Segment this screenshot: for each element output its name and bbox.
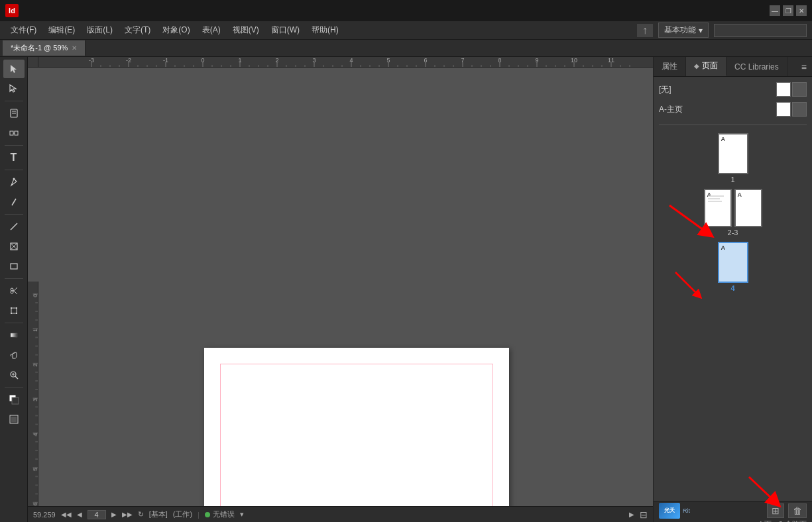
page-document bbox=[204, 348, 509, 506]
nav-last[interactable]: ▶▶ bbox=[122, 511, 133, 518]
menu-file[interactable]: 文件(F) bbox=[5, 22, 42, 38]
minimize-button[interactable]: — bbox=[770, 5, 780, 16]
tool-shape-rect[interactable] bbox=[3, 257, 25, 276]
tab-bar: *未命名-1 @ 59% ✕ bbox=[0, 40, 812, 57]
refresh-btn[interactable]: ↻ bbox=[138, 510, 144, 519]
master-section: A-主页 bbox=[659, 102, 807, 117]
page-thumbnails: A 1 A bbox=[659, 130, 807, 295]
tab-properties[interactable]: 属性 bbox=[654, 57, 686, 76]
tab-cc-libraries[interactable]: CC Libraries bbox=[726, 57, 787, 76]
page-thumb-3[interactable]: A bbox=[734, 189, 762, 227]
panel-menu-button[interactable]: ≡ bbox=[796, 57, 812, 76]
svg-rect-15 bbox=[11, 264, 17, 269]
panel-menu-icon: ≡ bbox=[801, 62, 807, 72]
ruler-corner bbox=[28, 57, 38, 68]
svg-point-16 bbox=[11, 288, 13, 291]
upload-button[interactable]: ↑ bbox=[637, 24, 653, 37]
page-thumb-1[interactable]: A bbox=[718, 133, 748, 174]
nav-first[interactable]: ◀◀ bbox=[61, 511, 72, 518]
page-num-1: 1 bbox=[730, 176, 734, 183]
tool-direct-select[interactable] bbox=[3, 79, 25, 98]
delete-page-button[interactable]: 🗑 bbox=[788, 503, 807, 518]
page-spread-23-row: A A bbox=[704, 189, 762, 227]
status-indicator: 无错误 bbox=[205, 509, 235, 519]
panel-tabs: 属性 ◆ 页面 CC Libraries ≡ bbox=[654, 57, 812, 77]
workspace-selector[interactable]: 基本功能 ▾ bbox=[658, 23, 709, 38]
menu-help[interactable]: 帮助(H) bbox=[306, 22, 344, 38]
panel-bottom-bar: 光天 Rit ⊞ 🗑 bbox=[654, 501, 812, 519]
menu-object[interactable]: 对象(O) bbox=[157, 22, 195, 38]
page-group-1: A 1 bbox=[718, 133, 748, 183]
page-group-4: A 4 bbox=[718, 242, 748, 292]
page-margin-guide bbox=[220, 364, 493, 506]
canvas-content bbox=[38, 282, 653, 506]
svg-marker-0 bbox=[11, 65, 17, 73]
tool-zoom[interactable] bbox=[3, 366, 25, 384]
menu-window[interactable]: 窗口(W) bbox=[266, 22, 305, 38]
master-swatches bbox=[776, 102, 807, 117]
tool-line[interactable] bbox=[3, 217, 25, 236]
tool-pencil[interactable] bbox=[3, 193, 25, 211]
status-workspace: (工作) bbox=[173, 509, 192, 519]
tab-close-button[interactable]: ✕ bbox=[72, 44, 77, 52]
page-thumb-4[interactable]: A bbox=[718, 242, 748, 283]
tool-fill-stroke[interactable] bbox=[3, 390, 25, 409]
ruler-h-canvas bbox=[38, 57, 635, 68]
tool-separator-2 bbox=[5, 145, 23, 146]
tool-scissors[interactable] bbox=[3, 282, 25, 300]
new-page-button[interactable]: ⊞ bbox=[767, 503, 784, 518]
page-number-input[interactable] bbox=[87, 510, 106, 519]
svg-point-17 bbox=[11, 291, 13, 293]
svg-point-8 bbox=[13, 178, 15, 180]
toggle-panel[interactable]: ⊟ bbox=[640, 509, 648, 520]
panel-footer-bar: 4 页，3 个跨页 bbox=[654, 519, 812, 522]
maximize-button[interactable]: ❐ bbox=[783, 5, 793, 16]
tool-gap[interactable] bbox=[3, 124, 25, 142]
menu-text[interactable]: 文字(T) bbox=[119, 22, 156, 38]
tool-separator-1 bbox=[5, 101, 23, 101]
status-chevron[interactable]: ▾ bbox=[240, 510, 244, 519]
canvas-scroll[interactable] bbox=[38, 282, 653, 506]
tool-page[interactable] bbox=[3, 104, 25, 123]
tool-type[interactable]: T bbox=[3, 148, 25, 167]
menu-table[interactable]: 表(A) bbox=[197, 22, 226, 38]
tool-free-transform[interactable] bbox=[3, 301, 25, 320]
page-count-label: 4 页，3 个跨页 bbox=[758, 519, 812, 522]
page-thumb-2[interactable]: A bbox=[704, 189, 732, 227]
scroll-right[interactable]: ▶ bbox=[629, 511, 634, 518]
svg-rect-24 bbox=[16, 313, 17, 314]
nav-next[interactable]: ▶ bbox=[111, 511, 117, 518]
menu-layout[interactable]: 版面(L) bbox=[82, 22, 118, 38]
pages-divider bbox=[659, 125, 807, 125]
tool-separator-7 bbox=[5, 387, 23, 388]
tool-gradient[interactable] bbox=[3, 326, 25, 344]
title-bar-left: Id bbox=[5, 4, 19, 17]
nav-prev[interactable]: ◀ bbox=[77, 511, 82, 518]
menu-view[interactable]: 视图(V) bbox=[227, 22, 264, 38]
ruler-vertical bbox=[28, 282, 38, 506]
none-swatch-right bbox=[792, 82, 807, 97]
left-toolbar: T bbox=[0, 57, 28, 522]
canvas-area: 59.259 ◀◀ ◀ ▶ ▶▶ ↻ [基本] (工作) | 无错误 ▾ ▶ ⊟ bbox=[28, 57, 653, 522]
document-tab[interactable]: *未命名-1 @ 59% ✕ bbox=[3, 40, 86, 56]
tool-hand[interactable] bbox=[3, 346, 25, 364]
status-prefix: [基本] bbox=[149, 509, 168, 519]
diamond-icon: ◆ bbox=[694, 62, 699, 70]
workspace-chevron: ▾ bbox=[699, 26, 703, 35]
svg-line-11 bbox=[11, 223, 17, 230]
none-swatch-left bbox=[776, 82, 791, 97]
tool-pen[interactable] bbox=[3, 173, 25, 191]
tool-frame-rect[interactable] bbox=[3, 237, 25, 256]
tool-preview-mode[interactable] bbox=[3, 410, 25, 429]
status-bar: 59.259 ◀◀ ◀ ▶ ▶▶ ↻ [基本] (工作) | 无错误 ▾ ▶ ⊟ bbox=[28, 506, 653, 522]
menu-edit[interactable]: 编辑(E) bbox=[43, 22, 80, 38]
svg-marker-1 bbox=[10, 85, 16, 92]
svg-line-9 bbox=[12, 199, 16, 205]
close-button[interactable]: ✕ bbox=[796, 5, 807, 16]
tab-pages[interactable]: ◆ 页面 bbox=[686, 57, 726, 76]
tool-select[interactable] bbox=[3, 60, 25, 78]
svg-line-27 bbox=[15, 376, 18, 379]
canvas-with-ruler bbox=[28, 57, 653, 282]
right-panel: 属性 ◆ 页面 CC Libraries ≡ [无] bbox=[653, 57, 812, 522]
search-input[interactable] bbox=[714, 24, 807, 37]
